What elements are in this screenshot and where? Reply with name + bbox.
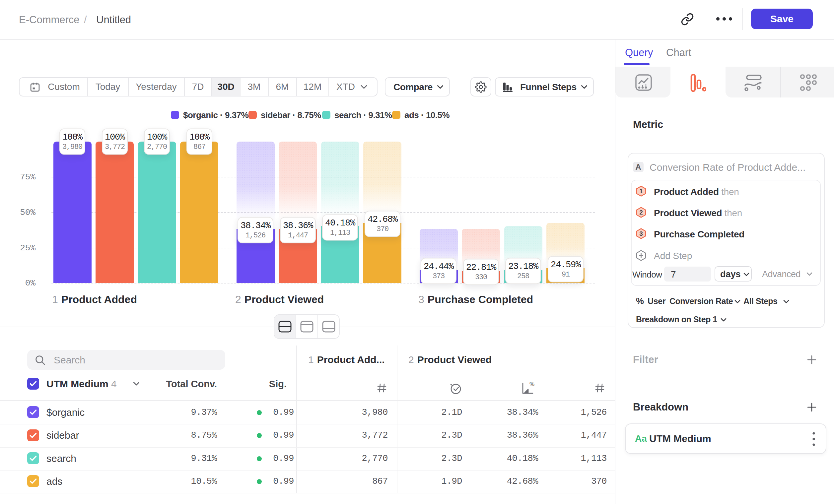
svg-text:3: 3 (639, 230, 643, 237)
svg-text:2: 2 (639, 209, 643, 216)
svg-text:1: 1 (639, 188, 643, 194)
svg-text:%: % (529, 381, 534, 387)
